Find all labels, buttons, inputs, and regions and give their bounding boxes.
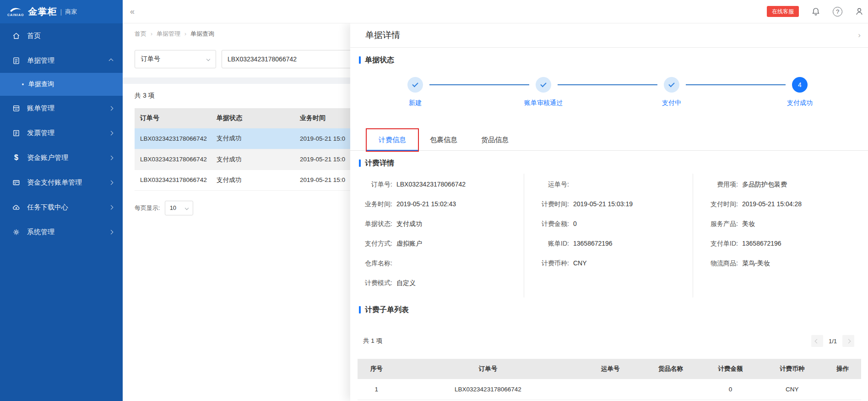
field-value: LBX0323423178066742: [396, 181, 466, 188]
field-value: 2019-05-21 15:02:43: [396, 200, 456, 208]
breadcrumb-home[interactable]: 首页: [135, 30, 146, 38]
field-billing-currency: 计费币种CNY: [533, 253, 688, 273]
chevron-right-icon: [846, 339, 851, 343]
help-icon[interactable]: [833, 7, 842, 16]
field-fee-item: 费用项多品防护包装费: [702, 175, 863, 194]
main-area: « 在线客服 首页 › 单据管理 › 单据查询: [123, 0, 868, 401]
section-title-text: 单据状态: [365, 55, 394, 65]
col-order-no: 订单号: [135, 108, 211, 128]
sidebar-item-fund-account[interactable]: $ 资金账户管理: [0, 145, 123, 170]
cloud-download-icon: [12, 203, 21, 212]
sidebar-item-task-download[interactable]: 任务下载中心: [0, 195, 123, 220]
chevron-up-icon: [109, 58, 114, 63]
home-icon: [12, 32, 21, 40]
user-icon[interactable]: [854, 6, 864, 16]
step-circle: [407, 77, 423, 93]
chevron-down-icon: [184, 206, 188, 209]
step-number: 4: [798, 81, 802, 88]
step-circle: [536, 77, 551, 93]
field-bill-id: 账单ID13658672196: [533, 234, 688, 253]
bullet-dot-icon: [22, 83, 24, 85]
drawer-collapse-button[interactable]: ›: [855, 30, 863, 41]
field-value: 美妆: [742, 220, 755, 227]
col-waybill: 运单号: [580, 359, 640, 379]
step-label: 支付成功: [787, 99, 813, 107]
detail-tabs: 计费信息 包裹信息 货品信息: [350, 130, 868, 151]
check-icon: [668, 81, 674, 87]
step-label: 支付中: [662, 99, 681, 107]
field-label: 运单号: [533, 175, 569, 194]
bell-icon[interactable]: [811, 6, 821, 16]
sidebar-item-bill-management[interactable]: 账单管理: [0, 96, 123, 121]
status-steps: 新建 账单审核通过 支付中: [350, 65, 868, 93]
detail-column-2: 运单号 计费时间2019-05-21 15:03:19 计费金额0 账单ID13…: [524, 174, 693, 297]
chevron-right-icon: [109, 230, 114, 234]
breadcrumb-separator: ›: [184, 31, 186, 37]
tab-billing-info[interactable]: 计费信息: [367, 130, 418, 150]
sidebar-item-doc-query[interactable]: 单据查询: [0, 73, 123, 96]
check-icon: [412, 81, 418, 87]
breadcrumb-doc-management[interactable]: 单据管理: [157, 30, 180, 38]
chevron-right-icon: [109, 131, 114, 135]
field-billing-mode: 计费模式自定义: [357, 273, 519, 293]
sidebar-item-fund-pay-bill[interactable]: 资金支付账单管理: [0, 170, 123, 195]
section-marker: [359, 56, 361, 64]
dollar-icon: $: [12, 154, 21, 162]
cell-order-no: LBX0323423178066742: [135, 128, 211, 149]
step-circle: 4: [792, 77, 808, 93]
page-indicator: 1/1: [829, 338, 837, 345]
sidebar-item-doc-management[interactable]: 单据管理: [0, 48, 123, 73]
pagination: 1/1: [811, 335, 854, 347]
drawer-header: 单据详情 ›: [350, 23, 868, 48]
page-size-select[interactable]: 10: [165, 201, 193, 215]
sidebar: CAINIAO 金掌柜 | 商家 首页 单据管理 单据: [0, 0, 123, 401]
cell-currency: CNY: [760, 379, 825, 400]
step-label: 新建: [409, 99, 422, 107]
section-marker: [359, 306, 361, 313]
tab-label: 包裹信息: [430, 136, 457, 144]
invoice-icon: [12, 129, 21, 137]
sidebar-item-label: 账单管理: [27, 104, 109, 113]
sidebar-item-label: 首页: [27, 32, 113, 40]
brand-logo-text: CAINIAO: [7, 13, 24, 16]
field-value: 2019-05-21 15:03:19: [573, 200, 633, 208]
cell-action: [825, 379, 861, 400]
sidebar-item-label: 发票管理: [27, 129, 109, 137]
sidebar-menu: 首页 单据管理 单据查询 账单管理: [0, 23, 123, 244]
field-label: 支付时间: [702, 194, 738, 214]
prev-page-button[interactable]: [811, 335, 823, 347]
cell-amount: 0: [701, 379, 760, 400]
online-service-badge[interactable]: 在线客服: [767, 6, 799, 17]
section-title-text: 计费详情: [365, 158, 394, 168]
app-root: CAINIAO 金掌柜 | 商家 首页 单据管理 单据: [0, 0, 868, 401]
logo-divider: |: [60, 8, 62, 16]
tab-package-info[interactable]: 包裹信息: [418, 130, 469, 150]
billing-detail-grid: 订单号LBX0323423178066742 业务时间2019-05-21 15…: [350, 174, 868, 297]
gear-icon: [12, 228, 21, 236]
sidebar-item-label: 系统管理: [27, 228, 109, 236]
chevron-down-icon: [206, 57, 210, 61]
card-icon: [12, 178, 21, 187]
breadcrumb-separator: ›: [151, 31, 152, 37]
cell-order-no: LBX0323423178066742: [396, 379, 581, 400]
field-pay-time: 支付时间2019-05-21 15:04:28: [702, 194, 863, 214]
order-type-select[interactable]: 订单号: [135, 50, 216, 68]
sidebar-item-home[interactable]: 首页: [0, 23, 123, 48]
detail-column-1: 订单号LBX0323423178066742 业务时间2019-05-21 15…: [350, 174, 524, 297]
field-value: CNY: [573, 259, 587, 267]
sidebar-collapse-button[interactable]: «: [127, 5, 137, 18]
next-page-button[interactable]: [842, 335, 854, 347]
tab-label: 货品信息: [481, 136, 509, 144]
field-label: 订单号: [357, 175, 392, 194]
chevron-right-icon: [109, 180, 114, 185]
sidebar-item-invoice-management[interactable]: 发票管理: [0, 121, 123, 145]
bill-icon: [12, 104, 21, 113]
field-value: 2019-05-21 15:04:28: [742, 200, 802, 208]
field-label: 支付单ID: [702, 234, 738, 253]
tab-goods-info[interactable]: 货品信息: [469, 130, 521, 150]
field-value: 菜鸟-美妆: [742, 259, 770, 267]
field-value: 13658672196: [742, 240, 781, 247]
field-value: 0: [573, 220, 577, 227]
step-connector: [429, 84, 529, 85]
sidebar-item-system-management[interactable]: 系统管理: [0, 220, 123, 244]
